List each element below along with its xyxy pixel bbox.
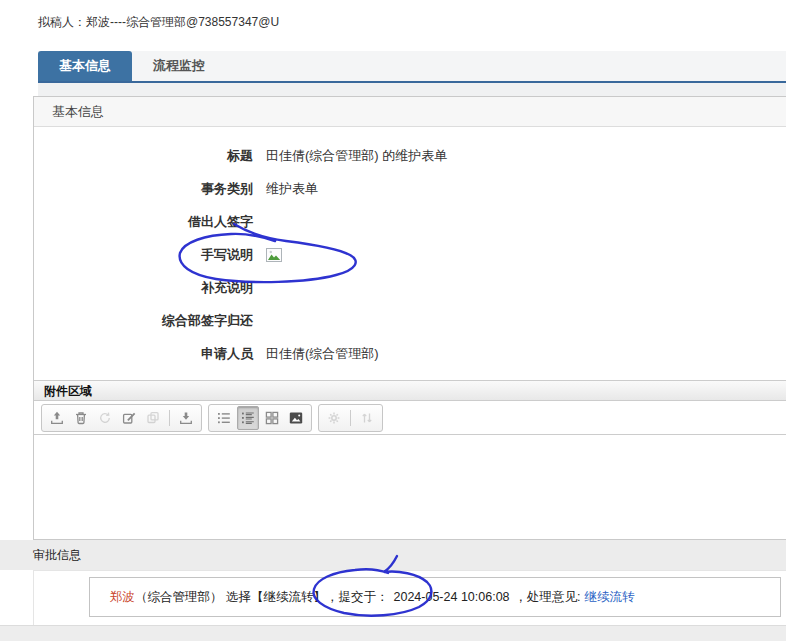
form-row-lender-signature: 借出人签字 bbox=[34, 205, 786, 238]
tab-process-monitor[interactable]: 流程监控 bbox=[132, 51, 226, 81]
field-value bbox=[266, 248, 283, 262]
edit-icon[interactable] bbox=[118, 406, 140, 430]
field-value: 田佳倩(综合管理部) 的维护表单 bbox=[266, 147, 447, 165]
delete-icon[interactable] bbox=[70, 406, 92, 430]
form-row-return-signature: 综合部签字归还 bbox=[34, 304, 786, 337]
field-label: 事务类别 bbox=[34, 180, 253, 198]
approval-middle-text: ，处理意见: bbox=[515, 589, 581, 606]
settings-icon bbox=[323, 406, 345, 430]
basic-info-panel-title: 基本信息 bbox=[34, 97, 786, 127]
opinion-link[interactable]: 继续流转 bbox=[585, 589, 635, 606]
approval-timestamp: 2024-05-24 10:06:08 bbox=[393, 590, 509, 604]
list-view-icon[interactable] bbox=[213, 406, 235, 430]
attachment-toolbar bbox=[34, 401, 786, 435]
form-row-applicant: 申请人员 田佳倩(综合管理部) bbox=[34, 337, 786, 370]
oa-form-page: { "header": { "drafter": "拟稿人：郑波----综合管理… bbox=[0, 0, 786, 641]
form-row-title: 标题 田佳倩(综合管理部) 的维护表单 bbox=[34, 139, 786, 172]
field-value: 维护表单 bbox=[266, 180, 318, 198]
basic-info-panel: 基本信息 标题 田佳倩(综合管理部) 的维护表单 事务类别 维护表单 借出人签字… bbox=[33, 96, 786, 540]
image-view-icon[interactable] bbox=[285, 406, 307, 430]
field-label: 补充说明 bbox=[34, 279, 253, 297]
toolbar-separator bbox=[350, 410, 351, 426]
detail-view-icon[interactable] bbox=[237, 406, 259, 430]
sort-icon bbox=[356, 406, 378, 430]
broken-image-icon[interactable] bbox=[266, 248, 283, 262]
form-row-handwriting: 手写说明 bbox=[34, 238, 786, 271]
field-label: 借出人签字 bbox=[34, 213, 253, 231]
tab-bar: 基本信息 流程监控 bbox=[38, 51, 786, 83]
attachment-list-area[interactable] bbox=[34, 435, 786, 539]
grid-view-icon[interactable] bbox=[261, 406, 283, 430]
approval-section-title: 审批信息 bbox=[0, 540, 786, 570]
form-row-category: 事务类别 维护表单 bbox=[34, 172, 786, 205]
copy-icon bbox=[142, 406, 164, 430]
field-label: 综合部签字归还 bbox=[34, 312, 253, 330]
settings-group bbox=[318, 404, 383, 432]
approval-record: 郑波 （综合管理部） 选择【继续流转】，提交于： 2024-05-24 10:0… bbox=[89, 577, 781, 617]
download-icon[interactable] bbox=[175, 406, 197, 430]
field-label: 手写说明 bbox=[34, 246, 253, 264]
approval-action-text: （综合管理部） 选择【继续流转】，提交于： bbox=[135, 589, 388, 606]
page-bottom-strip bbox=[0, 625, 786, 641]
tab-band bbox=[38, 83, 786, 96]
field-label: 标题 bbox=[34, 147, 253, 165]
upload-icon[interactable] bbox=[46, 406, 68, 430]
attachment-section-title: 附件区域 bbox=[34, 380, 786, 401]
form-area: 标题 田佳倩(综合管理部) 的维护表单 事务类别 维护表单 借出人签字 手写说明 bbox=[34, 127, 786, 380]
drafter-info: 拟稿人：郑波----综合管理部@738557347@U bbox=[38, 14, 786, 31]
file-action-group bbox=[41, 404, 202, 432]
refresh-icon bbox=[94, 406, 116, 430]
field-label: 申请人员 bbox=[34, 345, 253, 363]
approver-name: 郑波 bbox=[110, 589, 135, 606]
tab-basic-info[interactable]: 基本信息 bbox=[38, 51, 132, 81]
approval-box: 郑波 （综合管理部） 选择【继续流转】，提交于： 2024-05-24 10:0… bbox=[33, 570, 786, 627]
field-value: 田佳倩(综合管理部) bbox=[266, 345, 379, 363]
toolbar-separator bbox=[169, 410, 170, 426]
form-row-supplement: 补充说明 bbox=[34, 271, 786, 304]
view-mode-group bbox=[208, 404, 312, 432]
